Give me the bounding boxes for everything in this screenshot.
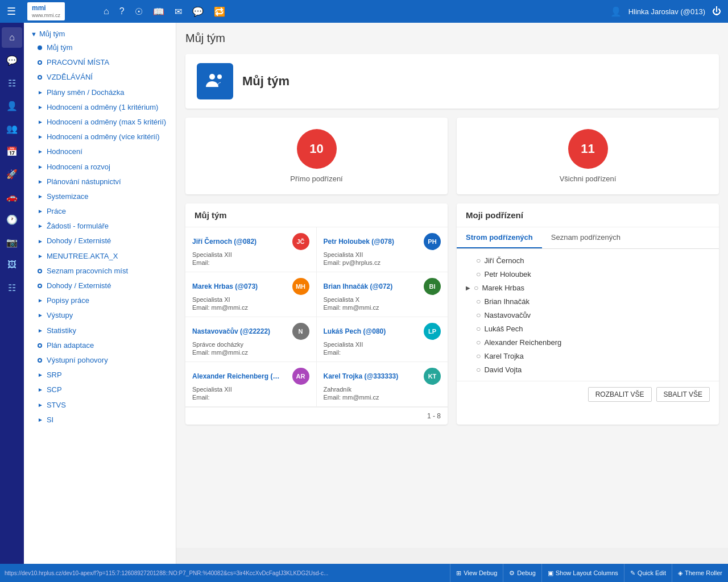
sidebar-icon-home[interactable]: ⌂ <box>2 27 22 48</box>
nav-item-hodnoceni[interactable]: ► Hodnocení <box>24 144 176 159</box>
member-email: Email: mm@mmi.cz <box>192 304 309 311</box>
arrow-right-icon: ► <box>38 297 43 305</box>
bb-item-quick-edit[interactable]: ✎Quick Edit <box>624 564 672 582</box>
globe-icon[interactable]: ☉ <box>135 6 143 17</box>
team-member[interactable]: Alexander Reichenberg (… AR Specialista … <box>185 362 317 407</box>
expand-icon[interactable]: ▶ <box>466 285 470 291</box>
page-title: Můj tým <box>185 32 719 45</box>
nav-item-vystupy[interactable]: ► Výstupy <box>24 308 176 323</box>
nav-item-systemizace[interactable]: ► Systemizace <box>24 189 176 204</box>
tree-item-name: Jiří Černoch <box>484 256 524 265</box>
tree-item[interactable]: ○ Nastavovačův <box>466 308 710 322</box>
bb-item-debug[interactable]: ⚙Debug <box>503 564 541 582</box>
tree-item[interactable]: ○ Petr Holoubek <box>466 267 710 281</box>
bb-item-show-layout-columns[interactable]: ▣Show Layout Columns <box>541 564 624 582</box>
member-name: Brian Ihnačák (@072) <box>324 282 393 290</box>
nav-item-si[interactable]: ► SI <box>24 413 176 427</box>
nav-item-dohody[interactable]: ► Dohody / Externisté <box>24 234 176 248</box>
member-name: Karel Trojka (@333333) <box>324 372 399 380</box>
home-nav-icon[interactable]: ⌂ <box>104 6 109 16</box>
nav-item-hodnoceni-rozvoj[interactable]: ► Hodnocení a rozvoj <box>24 160 176 174</box>
tree-item[interactable]: ○ Brian Ihnačák <box>466 294 710 308</box>
stat-card-all: 11 Všichni podřízení <box>457 118 719 194</box>
nav-item-srp[interactable]: ► SRP <box>24 368 176 383</box>
bottom-bar: https://dev10.hrplus.cz/dev10-apex/f?p=1… <box>0 564 728 582</box>
book-icon[interactable]: 📖 <box>153 6 164 17</box>
team-card-header: Můj tým <box>185 203 448 227</box>
collapse-all-button[interactable]: SBALIT VŠE <box>656 387 710 402</box>
user-name[interactable]: Hlinka Jaroslav (@013) <box>628 7 705 16</box>
nav-item-hodnoceni5[interactable]: ► Hodnocení a odměny (max 5 kritérií) <box>24 115 176 130</box>
tree-item[interactable]: ○ Alexander Reichenberg <box>466 335 710 349</box>
member-title: Zahradník <box>324 386 441 393</box>
person-icon: ○ <box>474 283 478 292</box>
arrow-right-icon: ► <box>38 103 43 111</box>
sidebar-icon-clock[interactable]: 🕐 <box>2 209 22 230</box>
team-member[interactable]: Lukáš Pech (@080) LP Specialista XII Ema… <box>317 317 448 362</box>
stat-circle-all: 11 <box>568 129 608 169</box>
bb-item-theme-roller[interactable]: ◈Theme Roller <box>672 564 728 582</box>
arrow-right-icon: ► <box>38 327 43 335</box>
dot-icon <box>38 343 42 348</box>
bb-item-view-debug[interactable]: ⊞View Debug <box>450 564 503 582</box>
expand-all-button[interactable]: ROZBALIT VŠE <box>588 387 652 402</box>
tree-item[interactable]: ▶ ○ Marek Hrbas <box>466 281 710 294</box>
team-member[interactable]: Jiří Černoch (@082) JČ Specialista XII E… <box>185 227 317 272</box>
nav-item-prace[interactable]: ► Práce <box>24 204 176 219</box>
hamburger-button[interactable]: ☰ <box>0 0 23 23</box>
member-email: Email: mm@mmi.cz <box>324 304 441 311</box>
nav-item-scp[interactable]: ► SCP <box>24 383 176 397</box>
tree-item[interactable]: ○ Jiří Černoch <box>466 253 710 267</box>
nav-section-my-team[interactable]: ▼ Můj tým <box>24 27 176 40</box>
nav-item-hodnoceniX[interactable]: ► Hodnocení a odměny (více kritérií) <box>24 130 176 144</box>
nav-item-hodnoceni1[interactable]: ► Hodnocení a odměny (1 kritérium) <box>24 100 176 115</box>
tree-item[interactable]: ○ Lukáš Pech <box>466 322 710 335</box>
nav-item-dohody2[interactable]: Dohody / Externisté <box>24 278 176 293</box>
sidebar-icon-person[interactable]: 👤 <box>2 95 22 116</box>
svg-point-0 <box>209 74 215 80</box>
chat-icon[interactable]: 💬 <box>192 6 204 17</box>
nav-item-nastupnictvi[interactable]: ► Plánování nástupnictví <box>24 174 176 189</box>
member-title: Specialista X <box>324 296 441 303</box>
nav-item-statistiky[interactable]: ► Statistiky <box>24 323 176 338</box>
tree-item[interactable]: ○ David Vojta <box>466 363 710 376</box>
team-member[interactable]: Marek Hrbas (@073) MH Specialista XI Ema… <box>185 272 317 317</box>
sidebar-icon-monitor[interactable]: 🖼 <box>2 255 22 275</box>
member-avatar: LP <box>424 323 441 340</box>
sidebar-icon-chat[interactable]: 💬 <box>2 50 22 70</box>
tab-tree[interactable]: Strom podřízených <box>457 227 542 248</box>
nav-item-popisy[interactable]: ► Popisy práce <box>24 293 176 308</box>
nav-item-pracovni-mista[interactable]: PRACOVNÍ MÍSTA <box>24 55 176 70</box>
nav-item-menutree[interactable]: ► MENUTREE.AKTA_X <box>24 249 176 264</box>
member-email: Email: <box>192 259 309 266</box>
share-icon[interactable]: 🔁 <box>214 6 225 17</box>
tree-item[interactable]: ○ Karel Trojka <box>466 349 710 363</box>
nav-item-seznam-mist[interactable]: Seznam pracovních míst <box>24 264 176 278</box>
sidebar-icon-group[interactable]: 👥 <box>2 118 22 139</box>
sidebar-icon-list[interactable]: ☷ <box>2 277 22 298</box>
sidebar-icon-camera[interactable]: 📷 <box>2 232 22 252</box>
sidebar-icon-grid[interactable]: ☷ <box>2 73 22 93</box>
team-member[interactable]: Karel Trojka (@333333) KT Zahradník Emai… <box>317 362 448 407</box>
sidebar-icon-car[interactable]: 🚗 <box>2 186 22 207</box>
sidebar-icon-calendar[interactable]: 📅 <box>2 141 22 161</box>
mail-icon[interactable]: ✉ <box>175 6 182 17</box>
help-icon[interactable]: ? <box>119 6 125 16</box>
tab-list[interactable]: Seznam podřízených <box>542 227 630 248</box>
nav-item-plan-adaptace[interactable]: Plán adaptace <box>24 338 176 353</box>
sidebar-icon-rocket[interactable]: 🚀 <box>2 164 22 184</box>
nav-item-plans[interactable]: ► Plány směn / Docházka <box>24 85 176 100</box>
nav-item-vzdelavani[interactable]: VZDĚLÁVÁNÍ <box>24 70 176 85</box>
power-icon[interactable]: ⏻ <box>712 6 721 16</box>
nav-item-muj-tym[interactable]: Můj tým <box>24 40 176 55</box>
sub-tabs: Strom podřízených Seznam podřízených <box>457 227 719 249</box>
nav-item-vystupni[interactable]: Výstupní pohovory <box>24 353 176 368</box>
team-member[interactable]: Nastavovačův (@22222) N Správce docházky… <box>185 317 317 362</box>
team-member[interactable]: Petr Holoubek (@078) PH Specialista XII … <box>317 227 448 272</box>
tree-item-name: Lukáš Pech <box>484 325 523 333</box>
nav-item-zadosti[interactable]: ► Žádosti - formuláře <box>24 219 176 234</box>
bb-label: Show Layout Columns <box>556 569 618 576</box>
top-nav-icons: ⌂ ? ☉ 📖 ✉ 💬 🔁 <box>104 6 225 17</box>
team-member[interactable]: Brian Ihnačák (@072) BI Specialista X Em… <box>317 272 448 317</box>
nav-item-stvs[interactable]: ► STVS <box>24 398 176 413</box>
